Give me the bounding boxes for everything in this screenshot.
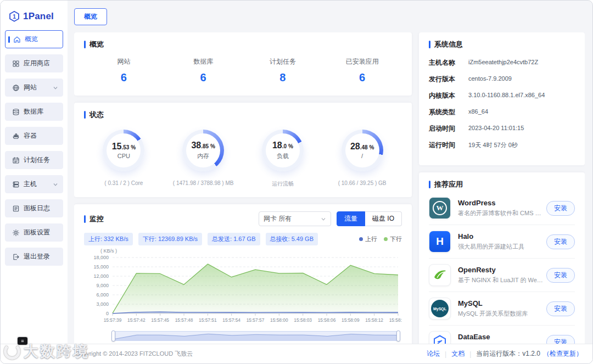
svg-text:15:58:12: 15:58:12 [365,317,383,323]
system-info-label: 内核版本 [429,91,468,100]
stat-label: 已安装应用 [322,57,402,66]
gauge-label: 内存 [197,152,209,160]
select-label: 网卡 [264,214,277,223]
disk-io-button[interactable]: 磁盘 IO [365,211,402,226]
sidebar-item-logs[interactable]: 面板日志 [5,199,63,217]
chevron-down-icon [321,216,326,222]
dataease-icon [429,331,451,344]
gauge-ring: 28.48 % / [342,130,383,171]
sidebar-item-host[interactable]: 主机 [5,175,63,193]
select-value: 所有 [278,214,292,223]
app-row-mysql: MySQL MySQL MySQL 开源关系型数据库 安装 [429,292,575,326]
gauge-value: 28.48 % [350,142,374,152]
app-description: 强大易用的开源建站工具 [458,243,524,251]
system-info-row: 运行时间 19天 4时 57分 0秒 [429,141,575,150]
app-title: 1Panel [23,11,54,22]
sidebar-item-label: 容器 [24,131,37,141]
sidebar-item-label: 主机 [24,180,37,189]
recommended-apps-card: 推荐应用 W WordPress 著名的开源博客软件和 CMS 系统 安装H H… [419,172,585,344]
gauge-sub-text: ( 1471.98 / 3788.98 ) MB [173,180,234,186]
cronjob-icon [12,156,20,164]
slider-right-handle[interactable] [396,331,400,341]
svg-text:18,000: 18,000 [93,255,109,260]
status-card-title: 状态 [84,110,402,120]
system-info-card: 系统信息 主机名称 iZm5eeatethjp2e4cvtb72Z发行版本 ce… [419,32,585,165]
docs-link[interactable]: 文档 [451,349,465,359]
sidebar-item-cronjob[interactable]: 计划任务 [5,151,63,169]
version-text: 当前运行版本：v1.2.0 [476,349,540,359]
install-button[interactable]: 安装 [546,234,575,249]
logout-icon [12,253,20,261]
app-name: MySQL [458,299,528,307]
app-row-halo: H Halo 强大易用的开源建站工具 安装 [429,225,575,259]
gauge-ring: 15.53 % CPU [103,130,144,171]
logs-icon [12,205,20,212]
appstore-icon [12,60,20,68]
sidebar-item-label: 面板设置 [24,228,50,237]
stat-label: 网站 [84,57,164,66]
sidebar-item-logout[interactable]: 退出登录 [5,248,63,266]
install-button[interactable]: 安装 [546,301,575,316]
svg-text:15:57:48: 15:57:48 [175,317,193,323]
app-list: W WordPress 著名的开源博客软件和 CMS 系统 安装H Halo 强… [429,192,575,344]
install-button[interactable]: 安装 [546,268,575,283]
overview-stats: 网站 6数据库 6计划任务 8已安装应用 6 [84,52,402,87]
svg-text:15:57:42: 15:57:42 [127,317,146,323]
sidebar-item-label: 数据库 [24,107,43,116]
sidebar-item-label: 应用商店 [24,59,50,68]
legend-item-上行[interactable]: 上行 [359,235,377,243]
legend-item-下行[interactable]: 下行 [384,235,402,243]
traffic-button[interactable]: 流量 [337,211,365,226]
app-row-dataease: DataEase 人人可用的开源数据可视化分析工具 安装 [429,326,575,344]
system-info-row: 启动时间 2023-04-20 11:01:15 [429,124,575,133]
app-description: MySQL 开源关系型数据库 [458,310,528,318]
check-update-link[interactable]: （检查更新） [543,349,583,359]
gauge-label: CPU [118,153,130,159]
stat-value[interactable]: 6 [322,71,402,84]
halo-icon: H [429,231,451,253]
gauge-sub-text: ( 0.31 / 2 ) Core [104,180,143,186]
sidebar-item-label: 概览 [25,35,38,44]
settings-icon [12,229,20,237]
sidebar-item-settings[interactable]: 面板设置 [5,223,63,242]
database-icon [12,108,20,116]
stat-item: 网站 6 [84,57,164,84]
slider-left-handle[interactable] [111,331,115,341]
svg-text:9,000: 9,000 [96,283,109,288]
sidebar-nav: 概览 应用商店 网站 数据库 容器 计划任务 主机 面板日志 面板设置 退出登录 [5,30,63,266]
gauge-ring: 18.0 % 负载 [262,130,304,171]
system-info-value: x86_64 [468,108,488,117]
svg-text:15:58:00: 15:58:00 [270,317,288,323]
recommended-apps-title: 推荐应用 [429,180,575,189]
app-name: OpenResty [458,266,546,274]
monitor-card: 监控 网卡 所有 流量 [74,204,412,344]
svg-text:15:58:06: 15:58:06 [318,317,336,323]
tab-overview[interactable]: 概览 [74,8,107,25]
monitor-mode-buttons: 流量 磁盘 IO [337,211,402,226]
legend-dot [359,237,363,241]
monitor-card-title: 监控 [84,214,104,224]
sidebar-item-appstore[interactable]: 应用商店 [5,54,63,72]
system-info-value: 2023-04-20 11:01:15 [468,124,524,133]
sidebar-item-container[interactable]: 容器 [5,127,63,145]
forum-link[interactable]: 论坛 [427,349,440,359]
main-area: 概览 概览 网站 6数据库 6计划任务 8已安装应用 6 [68,1,592,344]
svg-text:15:57:45: 15:57:45 [151,317,169,323]
stat-value[interactable]: 6 [84,71,164,84]
sidebar-item-website[interactable]: 网站 [5,79,63,97]
svg-text:15,000: 15,000 [93,264,109,270]
chevron-down-icon [53,182,58,187]
network-card-select[interactable]: 网卡 所有 [259,211,331,226]
home-icon [13,36,21,43]
stat-value[interactable]: 6 [164,71,243,84]
sidebar-item-database[interactable]: 数据库 [5,103,63,121]
chart-zoom-slider[interactable] [113,331,399,341]
install-button[interactable]: 安装 [546,335,575,344]
stat-item: 已安装应用 6 [322,57,402,84]
legend-dot [384,237,388,241]
install-button[interactable]: 安装 [546,201,575,216]
svg-text:15:58:09: 15:58:09 [342,317,360,323]
chevron-down-icon [53,85,58,91]
stat-value[interactable]: 8 [243,71,323,84]
sidebar-item-home[interactable]: 概览 [5,30,63,48]
